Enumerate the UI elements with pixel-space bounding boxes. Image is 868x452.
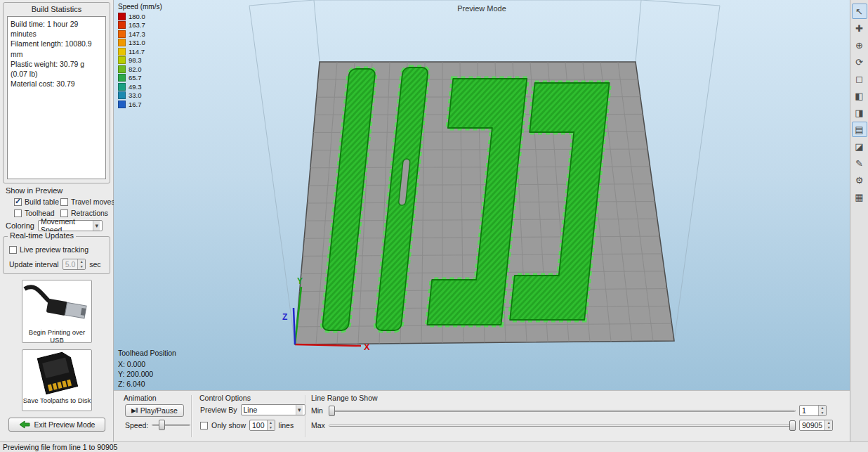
preview-option-label: Toolhead: [25, 209, 55, 217]
speed-value: 147.3: [129, 30, 145, 38]
update-interval-unit: sec: [89, 260, 100, 269]
control-options-title: Control Options: [199, 394, 251, 402]
lines-label: lines: [279, 421, 294, 430]
play-pause-icon: ▶‖: [131, 407, 138, 414]
tool-icon: ⚙: [855, 175, 864, 186]
preview-controls-panel: Animation ▶‖ Play/Pause Speed: Control O…: [114, 390, 850, 441]
speed-value: 180.0: [129, 13, 145, 20]
speed-legend-row: 82.0: [118, 65, 162, 74]
update-interval-spinner[interactable]: 5.0 ▲▼: [63, 259, 86, 270]
zoom-tool[interactable]: ⊕: [852, 37, 867, 53]
preview-by-select[interactable]: Line ▾: [241, 404, 305, 415]
status-text: Previewing file from line 1 to 90905: [3, 443, 117, 451]
speed-color-swatch: [118, 101, 126, 108]
usb-cable-image: [23, 280, 91, 327]
coloring-select[interactable]: Movement Speed ▾: [38, 220, 103, 231]
speed-color-swatch: [118, 48, 126, 56]
speed-value: 131.0: [129, 39, 145, 46]
show-in-preview-options: Build table Travel moves Toolhead Retrac…: [14, 196, 115, 219]
max-label: Max: [311, 421, 325, 430]
spin-down-icon[interactable]: ▼: [819, 411, 826, 415]
slider-handle[interactable]: [329, 406, 335, 416]
speed-color-swatch: [118, 39, 126, 46]
update-interval-label: Update interval: [9, 260, 59, 269]
begin-printing-usb-button[interactable]: Begin Printing over USB: [22, 280, 92, 343]
exit-preview-mode-button[interactable]: Exit Preview Mode: [8, 418, 105, 432]
chevron-down-icon: ▾: [296, 405, 303, 415]
only-show-label: Only show: [211, 421, 246, 430]
speed-legend-row: 131.0: [118, 39, 162, 48]
viewport-3d-scene[interactable]: X Y Z: [114, 0, 850, 390]
slider-handle[interactable]: [789, 420, 796, 431]
status-bar: Previewing file from line 1 to 90905: [0, 441, 868, 452]
animation-speed-slider[interactable]: [152, 420, 190, 430]
only-show-checkbox[interactable]: [200, 422, 208, 430]
spin-up-icon[interactable]: ▲: [268, 420, 275, 425]
checkbox[interactable]: [9, 246, 17, 254]
realtime-updates-box: Real-time Updates Live preview tracking …: [3, 236, 110, 274]
app-window: Build Statistics Build time: 1 hour 29 m…: [0, 0, 868, 452]
slider-track: [329, 425, 796, 427]
checkbox[interactable]: [60, 209, 68, 217]
speed-value: 49.3: [129, 83, 142, 91]
spin-down-icon[interactable]: ▼: [825, 425, 832, 430]
layer-preview-tool[interactable]: ▤: [852, 122, 867, 137]
rotate-view-tool[interactable]: ⟳: [852, 54, 867, 70]
checkbox[interactable]: [60, 198, 68, 206]
only-show-lines-spinner[interactable]: 100 ▲▼: [249, 420, 275, 431]
cross-section-tool[interactable]: ◪: [852, 138, 867, 154]
toolhead-y: Y: 200.000: [118, 370, 176, 378]
preview-option[interactable]: Travel moves: [60, 196, 115, 207]
speed-legend-row: 16.7: [118, 100, 162, 109]
checkbox[interactable]: [14, 198, 22, 206]
min-line-value: 1: [800, 406, 818, 415]
viewport[interactable]: X Y Z Preview Mode Speed (mm/s) 180.0 16…: [114, 0, 850, 390]
spin-up-icon[interactable]: ▲: [78, 259, 85, 264]
speed-legend-row: 49.3: [118, 82, 162, 91]
spin-down-icon[interactable]: ▼: [268, 425, 275, 430]
view-top[interactable]: ◧: [852, 88, 867, 103]
min-line-spinner[interactable]: 1 ▲▼: [799, 405, 827, 416]
save-toolpaths-button[interactable]: Save Toolpaths to Disk: [22, 349, 92, 411]
build-stat-line: Filament length: 10080.9 mm: [11, 39, 103, 58]
view-iso[interactable]: ◻: [852, 71, 867, 86]
max-line-spinner[interactable]: 90905 ▲▼: [799, 420, 833, 431]
pan-tool[interactable]: ✚: [852, 20, 867, 36]
preview-by-label: Preview By: [200, 406, 237, 414]
speed-legend: Speed (mm/s) 180.0 163.7 147.: [118, 3, 162, 109]
speed-legend-row: 33.0: [118, 91, 162, 101]
preview-option[interactable]: Build table: [14, 196, 60, 207]
speed-color-swatch: [118, 65, 126, 73]
speed-color-swatch: [118, 56, 126, 64]
machine-control-panel[interactable]: ▦: [852, 189, 867, 205]
tool-icon: ◪: [855, 141, 863, 152]
play-pause-button[interactable]: ▶‖ Play/Pause: [125, 404, 184, 417]
slider-handle[interactable]: [159, 420, 165, 430]
settings-tool[interactable]: ⚙: [852, 172, 867, 188]
line-range-title: Line Range to Show: [311, 394, 378, 402]
update-interval-value: 5.0: [63, 259, 78, 269]
spin-up-icon[interactable]: ▲: [819, 406, 826, 411]
speed-color-swatch: [118, 30, 126, 38]
select-tool[interactable]: ↖: [852, 4, 867, 19]
min-line-slider[interactable]: [329, 406, 796, 416]
build-stat-line: Material cost: 30.79: [11, 79, 103, 89]
axis-x-label: X: [364, 342, 370, 352]
spin-down-icon[interactable]: ▼: [78, 264, 85, 269]
chevron-down-icon: ▾: [93, 221, 100, 231]
play-pause-label: Play/Pause: [140, 406, 178, 415]
view-front[interactable]: ◨: [852, 105, 867, 120]
live-preview-tracking-option[interactable]: Live preview tracking: [9, 245, 88, 254]
support-tool[interactable]: ✎: [852, 155, 867, 171]
coloring-label: Coloring: [6, 221, 34, 230]
realtime-updates-title: Real-time Updates: [8, 231, 76, 240]
checkbox[interactable]: [14, 209, 22, 217]
speed-color-swatch: [118, 91, 126, 99]
max-line-slider[interactable]: [329, 420, 796, 431]
min-label: Min: [311, 406, 325, 415]
speed-value: 33.0: [129, 91, 142, 99]
toolhead-z: Z: 6.040: [118, 380, 176, 388]
spin-up-icon[interactable]: ▲: [825, 420, 832, 425]
only-show-lines-value: 100: [250, 420, 267, 430]
tool-icon: ⟳: [855, 57, 863, 67]
